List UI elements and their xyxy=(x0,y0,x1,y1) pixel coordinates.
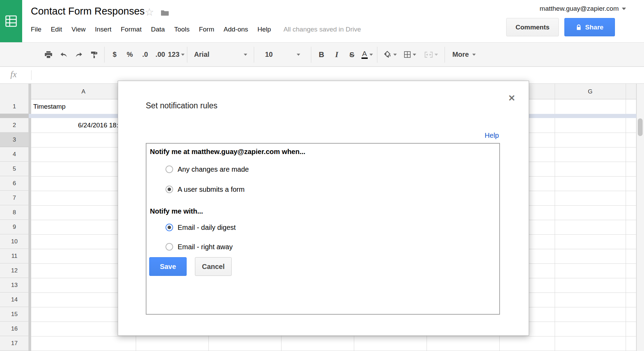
radio-button[interactable] xyxy=(166,165,173,173)
borders-icon xyxy=(404,51,411,58)
fill-color-button[interactable] xyxy=(380,47,400,63)
text-color-button[interactable]: A xyxy=(359,47,375,63)
toolbar-separator xyxy=(377,47,377,63)
save-status[interactable]: All changes saved in Drive xyxy=(284,26,361,33)
strikethrough-button[interactable]: S xyxy=(344,47,359,63)
row-header-1[interactable]: 1 xyxy=(0,99,29,114)
menu-bar: FileEditViewInsertFormatDataToolsFormAdd… xyxy=(31,25,361,34)
more-button[interactable]: More xyxy=(447,47,481,63)
menu-format[interactable]: Format xyxy=(121,26,142,33)
menu-file[interactable]: File xyxy=(31,26,42,33)
redo-button[interactable] xyxy=(71,47,87,63)
menu-edit[interactable]: Edit xyxy=(51,26,62,33)
merge-cells-button xyxy=(420,47,442,63)
account-menu[interactable]: matthew.guay@zapier.com xyxy=(540,5,626,12)
italic-button[interactable]: I xyxy=(329,47,344,63)
grid-row-line xyxy=(31,336,636,336)
caret-down-icon xyxy=(472,54,476,56)
sheets-grid-icon xyxy=(5,15,17,27)
menu-help[interactable]: Help xyxy=(258,26,271,33)
radio-button[interactable] xyxy=(166,243,173,251)
menu-data[interactable]: Data xyxy=(151,26,165,33)
menu-insert[interactable]: Insert xyxy=(95,26,111,33)
close-icon[interactable]: ✕ xyxy=(507,93,517,103)
increase-decimal-button[interactable]: .00 xyxy=(153,47,168,63)
row-header-6[interactable]: 6 xyxy=(0,176,29,191)
radio-option-a-user-submits-a-form[interactable]: A user submits a form xyxy=(166,185,244,194)
merge-cells-icon xyxy=(424,52,433,58)
caret-down-icon xyxy=(297,54,300,56)
share-button[interactable]: Share xyxy=(564,18,615,36)
frozen-column-divider[interactable] xyxy=(29,84,31,351)
toolbar-separator xyxy=(254,47,254,63)
column-header-g[interactable]: G xyxy=(555,84,626,99)
help-link[interactable]: Help xyxy=(485,132,499,140)
borders-button[interactable] xyxy=(400,47,420,63)
formula-bar-separator xyxy=(31,70,32,80)
row-header-7[interactable]: 7 xyxy=(0,191,29,205)
set-notification-rules-dialog: ✕ Set notification rules Help Notify me … xyxy=(118,81,529,336)
grid-column-line xyxy=(626,84,626,351)
toolbar-separator xyxy=(445,47,445,63)
toolbar-separator xyxy=(104,47,105,63)
row-header-11[interactable]: 11 xyxy=(0,249,29,263)
cell-a2[interactable]: 6/24/2016 18:0 xyxy=(31,118,122,133)
menu-tools[interactable]: Tools xyxy=(174,26,189,33)
scrollbar-thumb[interactable] xyxy=(638,118,643,136)
print-button[interactable] xyxy=(41,47,56,63)
format-currency-button[interactable]: $ xyxy=(107,47,122,63)
row-header-3[interactable]: 3 xyxy=(0,133,29,147)
select-all-corner[interactable] xyxy=(0,84,29,99)
dialog-title: Set notification rules xyxy=(146,101,217,110)
save-button[interactable]: Save xyxy=(149,257,187,276)
fx-label: fx xyxy=(10,70,17,79)
star-icon[interactable]: ☆ xyxy=(145,7,154,17)
row-header-16[interactable]: 16 xyxy=(0,322,29,336)
caret-down-icon xyxy=(393,54,397,56)
cancel-button[interactable]: Cancel xyxy=(195,257,232,276)
radio-option-email-right-away[interactable]: Email - right away xyxy=(166,243,233,251)
caret-down-icon xyxy=(181,54,185,56)
row-header-17[interactable]: 17 xyxy=(0,336,29,351)
more-formats-button[interactable]: 123 xyxy=(168,47,185,63)
bold-button[interactable]: B xyxy=(314,47,329,63)
row-header-10[interactable]: 10 xyxy=(0,234,29,249)
undo-button[interactable] xyxy=(56,47,71,63)
decrease-decimal-button[interactable]: .0 xyxy=(137,47,153,63)
row-header-4[interactable]: 4 xyxy=(0,147,29,162)
radio-option-any-changes-are-made[interactable]: Any changes are made xyxy=(166,165,249,173)
row-header-5[interactable]: 5 xyxy=(0,162,29,176)
row-header-9[interactable]: 9 xyxy=(0,220,29,234)
notify-when-heading: Notify me at matthew.guay@zapier.com whe… xyxy=(150,148,305,156)
caret-down-icon xyxy=(435,54,438,56)
menu-addons[interactable]: Add-ons xyxy=(224,26,248,33)
radio-button[interactable] xyxy=(166,186,173,193)
sheets-logo[interactable] xyxy=(0,0,22,42)
comments-button[interactable]: Comments xyxy=(506,18,559,36)
format-percent-button[interactable]: % xyxy=(122,47,137,63)
toolbar-separator xyxy=(187,47,187,63)
menu-form[interactable]: Form xyxy=(199,26,214,33)
font-family-select[interactable]: Arial xyxy=(190,47,251,63)
font-size-select[interactable]: 10 xyxy=(257,47,308,63)
radio-option-email-daily-digest[interactable]: Email - daily digest xyxy=(166,223,236,232)
notification-options-box: Notify me at matthew.guay@zapier.com whe… xyxy=(146,143,500,315)
frozen-row-divider[interactable] xyxy=(0,114,29,118)
row-header-13[interactable]: 13 xyxy=(0,278,29,292)
caret-down-icon xyxy=(413,54,416,56)
folder-icon[interactable] xyxy=(161,9,169,18)
radio-button[interactable] xyxy=(166,224,173,231)
row-header-14[interactable]: 14 xyxy=(0,292,29,307)
row-header-8[interactable]: 8 xyxy=(0,205,29,220)
radio-label: Any changes are made xyxy=(178,165,249,173)
row-header-12[interactable]: 12 xyxy=(0,263,29,278)
menu-view[interactable]: View xyxy=(71,26,86,33)
radio-label: Email - daily digest xyxy=(178,224,236,232)
paint-format-button[interactable] xyxy=(87,47,102,63)
vertical-scrollbar[interactable] xyxy=(636,84,644,351)
row-header-15[interactable]: 15 xyxy=(0,307,29,322)
document-title[interactable]: Contact Form Responses xyxy=(31,6,145,17)
formula-input[interactable] xyxy=(36,69,641,81)
row-header-2[interactable]: 2 xyxy=(0,118,29,133)
caret-down-icon xyxy=(369,54,373,56)
